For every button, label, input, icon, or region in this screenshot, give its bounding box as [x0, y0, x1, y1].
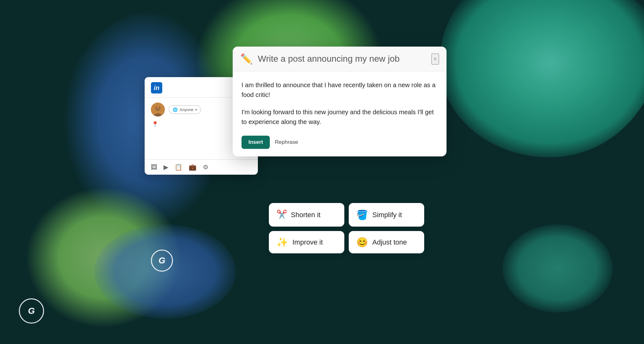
adjust-tone-chip[interactable]: 😊 Adjust tone: [349, 231, 424, 253]
photo-icon[interactable]: 🖼: [151, 164, 157, 171]
chevron-down-icon: ▾: [195, 108, 197, 111]
svg-point-5: [159, 108, 160, 109]
user-avatar: [151, 103, 165, 116]
svg-point-4: [156, 108, 157, 109]
bg-blob-blue-bottom: [94, 224, 236, 319]
ai-paragraph-1: I am thrilled to announce that I have re…: [242, 80, 438, 100]
improve-label: Improve it: [292, 238, 323, 246]
close-button[interactable]: ×: [431, 54, 439, 65]
rephrase-button[interactable]: Rephrase: [275, 139, 298, 145]
avatar-face: [151, 103, 165, 116]
grammarly-g-letter: G: [28, 306, 35, 316]
simplify-chip[interactable]: 🪣 Simplify it: [349, 203, 424, 227]
audience-label: Anyone: [180, 107, 193, 112]
grammarly-g-letter-mid: G: [158, 256, 165, 266]
linkedin-logo: in: [151, 82, 162, 93]
globe-icon: 🌐: [173, 107, 178, 112]
pin-icon: 📍: [152, 121, 158, 128]
action-chips: ✂️ Shorten it 🪣 Simplify it ✨ Improve it…: [269, 203, 424, 253]
video-icon[interactable]: ▶: [164, 163, 168, 171]
linkedin-toolbar: 🖼 ▶ 📋 💼 ⚙: [145, 159, 258, 175]
ai-prompt-text: Write a post announcing my new job: [258, 54, 426, 64]
simplify-label: Simplify it: [372, 211, 402, 219]
grammarly-logo-middle: G: [151, 250, 173, 272]
document-icon[interactable]: 📋: [175, 163, 182, 171]
ai-paragraph-2: I'm looking forward to this new journey …: [242, 107, 438, 127]
ai-panel: ✏️ Write a post announcing my new job × …: [233, 47, 447, 156]
job-icon[interactable]: 💼: [189, 163, 197, 171]
adjust-tone-label: Adjust tone: [372, 238, 407, 246]
sparkle-icon: ✨: [276, 237, 288, 248]
insert-button[interactable]: Insert: [242, 136, 270, 149]
improve-chip[interactable]: ✨ Improve it: [269, 231, 344, 253]
grammarly-logo-bottom: G: [19, 298, 44, 324]
bucket-icon: 🪣: [356, 209, 368, 220]
bg-blob-teal-bottom-right: [502, 224, 613, 313]
tone-icon: 😊: [356, 237, 368, 248]
ai-prompt-bar: ✏️ Write a post announcing my new job ×: [233, 47, 447, 71]
shorten-chip[interactable]: ✂️ Shorten it: [269, 203, 344, 227]
scissors-icon: ✂️: [276, 209, 286, 221]
bg-blob-teal-right: [440, 0, 644, 157]
audience-dropdown[interactable]: 🌐 Anyone ▾: [169, 105, 201, 114]
settings-icon[interactable]: ⚙: [203, 163, 208, 171]
rocket-icon: ✏️: [240, 53, 253, 65]
ai-content: I am thrilled to announce that I have re…: [233, 71, 447, 156]
ai-actions: Insert Rephrase: [242, 136, 438, 149]
shorten-label: Shorten it: [291, 211, 320, 219]
svg-text:✂️: ✂️: [276, 209, 286, 219]
